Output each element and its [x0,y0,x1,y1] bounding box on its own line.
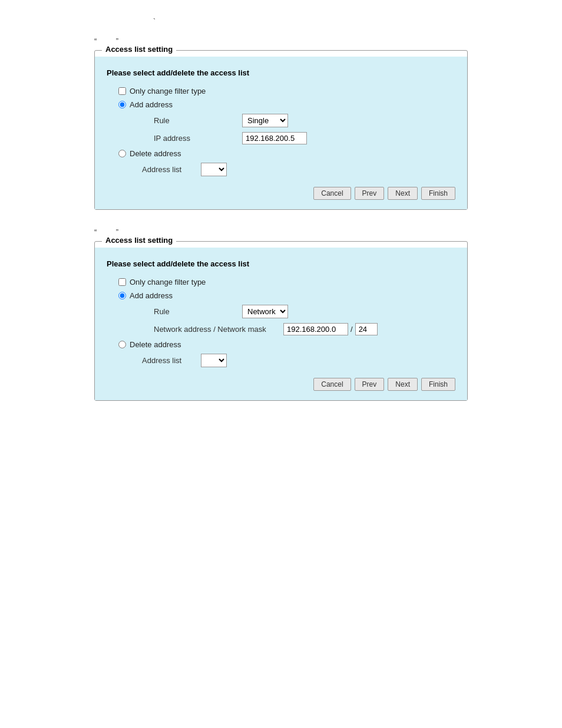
access-list-box-2: Access list setting Please select add/de… [94,241,468,401]
address-list-select-2[interactable] [201,354,227,367]
only-change-filter-checkbox-2[interactable] [118,278,126,286]
address-list-select-group-1 [201,163,227,176]
rule-label-1: Rule [154,116,242,125]
ip-address-row-1: IP address [107,132,455,144]
only-change-filter-row-2: Only change filter type [107,278,455,286]
address-list-select-1[interactable] [201,163,227,176]
network-address-input-group-2: / [283,323,378,335]
cancel-button-1[interactable]: Cancel [313,187,351,200]
address-list-row-2: Address list [107,354,455,367]
only-change-filter-checkbox-1[interactable] [118,87,126,95]
delete-address-label-1[interactable]: Delete address [118,149,181,158]
access-list-inner-2: Please select add/delete the access list… [95,248,467,400]
next-button-1[interactable]: Next [388,187,418,200]
access-list-title-1: Access list setting [102,45,176,54]
address-list-select-group-2 [201,354,227,367]
only-change-filter-label-2[interactable]: Only change filter type [118,278,206,286]
address-list-label-2: Address list [142,356,201,365]
rule-select-1[interactable]: Single Network Range [242,114,288,127]
top-note: ` [35,18,527,26]
cancel-button-2[interactable]: Cancel [313,378,351,391]
ip-address-label-1: IP address [154,134,242,143]
rule-row-1: Rule Single Network Range [107,114,455,127]
button-row-1: Cancel Prev Next Finish [107,181,455,200]
rule-row-2: Rule Single Network Range [107,305,455,318]
access-list-title-2: Access list setting [102,236,176,245]
section2-label: “ ” [94,228,527,236]
next-button-2[interactable]: Next [388,378,418,391]
ip-mask-group-2: / [283,323,378,335]
delete-address-radio-1[interactable] [118,150,126,157]
delete-address-label-2[interactable]: Delete address [118,340,181,349]
add-address-label-1[interactable]: Add address [118,100,173,109]
network-address-label-2: Network address / Network mask [154,325,283,334]
finish-button-1[interactable]: Finish [421,187,455,200]
delete-address-radio-2[interactable] [118,341,126,348]
access-list-inner-1: Please select add/delete the access list… [95,57,467,209]
delete-address-row-2: Delete address [107,340,455,349]
rule-input-group-2: Single Network Range [242,305,288,318]
prev-button-2[interactable]: Prev [355,378,385,391]
rule-label-2: Rule [154,307,242,316]
subtitle-2: Please select add/delete the access list [107,259,455,268]
rule-input-group-1: Single Network Range [242,114,288,127]
access-list-box-1: Access list setting Please select add/de… [94,50,468,210]
add-address-radio-2[interactable] [118,292,126,299]
prev-button-1[interactable]: Prev [355,187,385,200]
ip-address-input-1[interactable] [242,132,307,144]
rule-select-2[interactable]: Single Network Range [242,305,288,318]
delete-address-row-1: Delete address [107,149,455,158]
add-address-row-1: Add address [107,100,455,109]
network-mask-input-2[interactable] [355,323,378,335]
finish-button-2[interactable]: Finish [421,378,455,391]
section1-label: “ ” [94,37,527,45]
network-address-row-2: Network address / Network mask / [107,323,455,335]
only-change-filter-label-1[interactable]: Only change filter type [118,87,206,95]
top-note-text: ` [153,18,156,26]
network-address-input-2[interactable] [283,323,348,335]
add-address-row-2: Add address [107,291,455,300]
add-address-radio-1[interactable] [118,101,126,108]
only-change-filter-row-1: Only change filter type [107,87,455,95]
address-list-label-1: Address list [142,165,201,174]
address-list-row-1: Address list [107,163,455,176]
add-address-label-2[interactable]: Add address [118,291,173,300]
page-wrapper: ` “ ” Access list setting Please select … [0,12,562,424]
subtitle-1: Please select add/delete the access list [107,68,455,77]
button-row-2: Cancel Prev Next Finish [107,372,455,391]
ip-address-input-group-1 [242,132,307,144]
